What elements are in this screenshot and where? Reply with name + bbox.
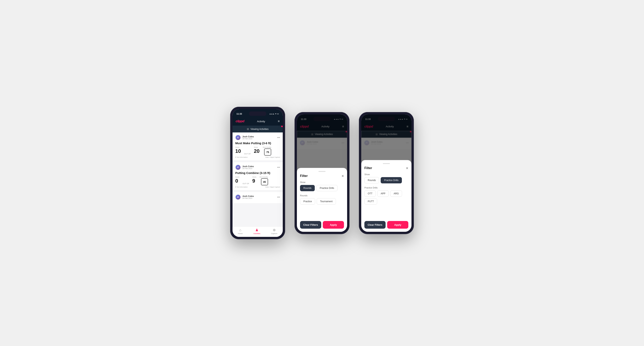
status-time: 11:33 (236, 113, 242, 115)
activity-card-2[interactable]: JC Josh Coles 28 Feb 2023 ••• Putting Co… (232, 162, 283, 190)
shot-quality-label-1: Shot Quality (263, 146, 271, 148)
filter-footer-2: Clear Filters Apply (300, 221, 344, 229)
filter-title-3: Filter (364, 166, 372, 170)
shots-label-2: Shots (252, 176, 256, 178)
avatar-2: JC (235, 165, 241, 170)
card-header-3: JC Josh Coles 28 Feb 2023 ••• (235, 194, 280, 200)
more-btn-1[interactable]: ••• (277, 136, 280, 139)
ott-btn-3[interactable]: OTT (364, 190, 376, 197)
score-section-2: Score 0 (235, 176, 240, 183)
viewing-banner-text: Viewing Activities (250, 128, 269, 131)
tournament-btn-2[interactable]: Tournament (317, 198, 336, 204)
practice-rounds-btn-2[interactable]: Practice (300, 198, 315, 204)
info-text-2: Test Information (236, 186, 248, 188)
clear-filters-btn-3[interactable]: Clear Filters (364, 221, 386, 229)
arg-btn-3[interactable]: ARG (390, 190, 402, 197)
out-of-1: OUT OF (244, 153, 251, 155)
apply-btn-2[interactable]: Apply (323, 221, 344, 229)
more-btn-2[interactable]: ••• (277, 166, 280, 169)
filter-sheet-2: Filter ✕ Show Rounds Practice Drills Rou… (297, 168, 347, 232)
user-details-1: Josh Coles 28 Feb 2023 (242, 135, 254, 140)
drills-buttons-3: OTT APP ARG PUTT (364, 190, 408, 204)
filter-close-btn-2[interactable]: ✕ (342, 174, 344, 178)
shot-quality-badge-1: 75 (264, 149, 271, 156)
shot-quality-col-2: Shot Quality 45 (260, 176, 268, 185)
card-footer-1: ℹ Test Information Data: Clippd Capture (235, 156, 280, 158)
nav-title: Activity (257, 120, 265, 123)
clear-filters-btn-2[interactable]: Clear Filters (300, 221, 321, 229)
battery-icon: ▭ (277, 113, 279, 115)
practice-drills-show-btn-2[interactable]: Practice Drills (316, 185, 337, 191)
nav-menu-icon[interactable]: ≡ (278, 120, 280, 123)
shots-section-2: Shots 9 (252, 176, 256, 183)
app-btn-3[interactable]: APP (377, 190, 389, 197)
rounds-show-btn-3[interactable]: Rounds (364, 177, 379, 183)
notch (249, 112, 266, 116)
nav-item-activities[interactable]: ♟ Activities (253, 228, 260, 234)
filter-handle-2 (318, 171, 326, 172)
capture-label: Capture (271, 233, 278, 234)
show-buttons-2: Rounds Practice Drills (300, 185, 344, 191)
user-date-1: 28 Feb 2023 (242, 138, 254, 140)
card-title-1: Must Make Putting (3-6 ft) (235, 142, 280, 145)
filter-close-btn-3[interactable]: ✕ (406, 166, 408, 170)
rounds-show-btn-2[interactable]: Rounds (300, 185, 315, 191)
shot-quality-badge-2: 45 (261, 178, 268, 185)
nav-bar: clippd Activity ≡ (232, 117, 283, 126)
signal-icon: ▲▲▲ (269, 113, 274, 115)
show-buttons-3: Rounds Practice Drills (364, 177, 408, 183)
score-section-1: Score 10 (235, 146, 241, 154)
score-label-2: Score (235, 176, 240, 178)
activities-label: Activities (253, 233, 260, 234)
filter-overlay-2: Filter ✕ Show Rounds Practice Drills Rou… (297, 114, 347, 232)
user-date-3: 28 Feb 2023 (242, 197, 254, 199)
show-label-2: Show (300, 181, 344, 183)
user-details-3: Josh Coles 28 Feb 2023 (242, 195, 254, 199)
more-btn-3[interactable]: ••• (277, 195, 280, 199)
footer-data-2: Data: Clippd Capture (265, 186, 280, 188)
filter-overlay-3: Filter ✕ Show Rounds Practice Drills Pra… (361, 114, 412, 232)
filter-sheet-3: Filter ✕ Show Rounds Practice Drills Pra… (361, 160, 412, 232)
spacer-1 (232, 161, 283, 162)
card-title-2: Putting Combine (3-15 ft) (235, 171, 280, 174)
phone-1: 11:33 ▲▲▲ ▾ ▭ clippd Activity ≡ ⊞ Viewin… (230, 107, 285, 239)
activities-icon: ♟ (255, 228, 258, 232)
info-icon-1: ℹ (235, 156, 236, 158)
avatar-img-2: JC (236, 165, 240, 170)
shots-label-1: Shots (254, 146, 260, 148)
user-name-2: Josh Coles (242, 165, 254, 168)
apply-btn-3[interactable]: Apply (387, 221, 408, 229)
banner-notification-dot (281, 126, 283, 127)
rounds-buttons-2: Practice Tournament (300, 198, 344, 204)
bottom-nav: ⌂ Home ♟ Activities ⊕ Capture (232, 226, 283, 237)
drills-section-label-3: Practice Drills (364, 186, 408, 189)
activity-card-1[interactable]: JC Josh Coles 28 Feb 2023 ••• Must Make … (232, 133, 283, 161)
nav-item-home[interactable]: ⌂ Home (238, 228, 242, 234)
viewing-banner[interactable]: ⊞ Viewing Activities (232, 126, 283, 133)
nav-item-capture[interactable]: ⊕ Capture (271, 228, 278, 234)
scores-container-2: Score 0 OUT OF Shots 9 Shot Quality 45 (235, 176, 280, 185)
user-info-3: JC Josh Coles 28 Feb 2023 (235, 194, 254, 200)
putt-btn-3[interactable]: PUTT (364, 198, 377, 204)
filter-handle-3 (383, 163, 390, 164)
shot-quality-label-2: Shot Quality (260, 176, 268, 178)
info-text-1: Test Information (236, 156, 248, 158)
shots-value-1: 20 (254, 149, 260, 154)
practice-drills-show-btn-3[interactable]: Practice Drills (381, 177, 402, 183)
card-header-1: JC Josh Coles 28 Feb 2023 ••• (235, 135, 280, 140)
avatar-img-3: JC (236, 195, 240, 199)
user-date-2: 28 Feb 2023 (242, 168, 254, 170)
user-name-1: Josh Coles (242, 135, 254, 138)
spacer-2 (232, 190, 283, 192)
show-label-3: Show (364, 173, 408, 175)
filter-header-3: Filter ✕ (364, 166, 408, 170)
wifi-icon: ▾ (275, 113, 276, 115)
user-info-1: JC Josh Coles 28 Feb 2023 (235, 135, 254, 140)
status-icons: ▲▲▲ ▾ ▭ (269, 113, 279, 115)
activity-card-3[interactable]: JC Josh Coles 28 Feb 2023 ••• (232, 192, 283, 203)
avatar-img-1: JC (236, 135, 240, 140)
card-footer-2: ℹ Test Information Data: Clippd Capture (235, 186, 280, 188)
footer-info-1: ℹ Test Information (235, 156, 248, 158)
shots-value-2: 9 (252, 178, 256, 183)
phone-2: 11:33 ▲▲▲ ▾ ▭ clippd Activity ≡ ⊞ Viewin… (294, 112, 350, 234)
